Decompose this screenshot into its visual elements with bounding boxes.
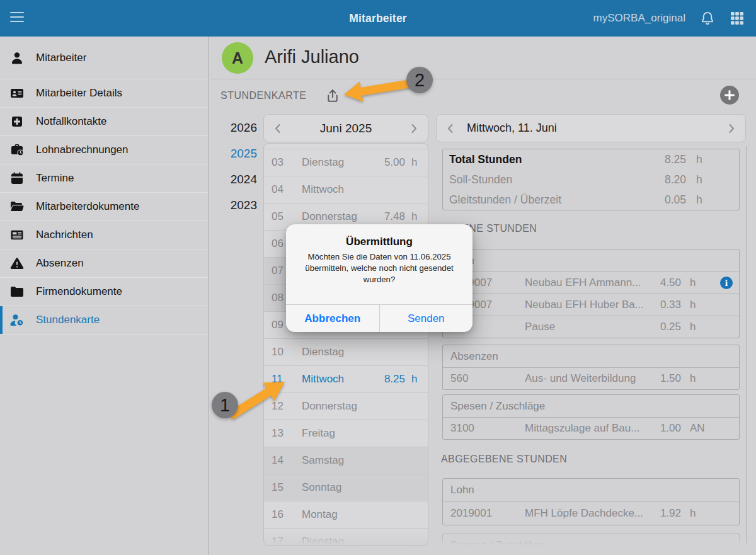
calendar-icon xyxy=(9,171,25,186)
sidebar-item-absenzen[interactable]: Absenzen xyxy=(0,249,209,278)
day-row[interactable]: 03Dienstag5.00h xyxy=(264,149,428,176)
sidebar-item-firmendokumente[interactable]: Firmendokumente xyxy=(0,278,209,306)
entry-row: Pause 0.25 h xyxy=(443,316,739,338)
stundenkarte-toolbar: STUNDENKARTE xyxy=(210,79,756,113)
sidebar-item-label: Nachrichten xyxy=(36,229,93,241)
day-row-selected[interactable]: 11Mittwoch8.25h xyxy=(264,366,428,393)
folder-open-icon xyxy=(9,199,25,214)
entry-row: 2019007 Neubau EFH Huber Ba... 0.33 h xyxy=(443,294,739,316)
first-aid-icon xyxy=(9,114,25,129)
send-button[interactable]: Senden xyxy=(380,305,473,332)
summary-row: Soll-Stunden8.20h xyxy=(443,169,739,190)
uebermittlung-dialog: Übermittlung Möchten Sie die Daten von 1… xyxy=(286,224,472,332)
sidebar-item-mitarbeiter[interactable]: Mitarbeiter xyxy=(0,37,209,79)
sidebar: Mitarbeiter Mitarbeiter Details Notfallk… xyxy=(0,37,209,555)
day-row[interactable]: 16Montag xyxy=(264,501,428,529)
day-row[interactable]: 17Dienstag xyxy=(264,529,428,546)
date-navigator: Mittwoch, 11. Juni xyxy=(436,114,746,142)
chevron-left-icon[interactable] xyxy=(270,121,285,136)
hours-summary-card: Total Stunden8.25h Soll-Stunden8.20h Gle… xyxy=(442,149,740,210)
add-entry-button[interactable] xyxy=(720,86,739,105)
sidebar-item-lohnabrechnungen[interactable]: Lohnabrechnungen xyxy=(0,136,209,164)
year-item-2024[interactable]: 2024 xyxy=(214,166,257,192)
id-card-icon xyxy=(9,86,25,101)
app-grid-icon[interactable] xyxy=(730,11,745,26)
entry-row: 2019007 Neubau EFH Ammann... 4.50 h i xyxy=(443,272,739,294)
dialog-title: Übermittlung xyxy=(286,236,472,248)
card-header: Lohn xyxy=(443,249,739,272)
person-clock-icon xyxy=(9,312,25,328)
sidebar-item-label: Stundenkarte xyxy=(36,314,100,326)
selected-date-label: Mittwoch, 11. Juni xyxy=(467,122,557,135)
card-header: Absenzen xyxy=(443,345,739,367)
cancel-button[interactable]: Abbrechen xyxy=(286,305,380,332)
sidebar-item-label: Notfallkontakte xyxy=(36,115,106,128)
year-list: 2026 2025 2024 2023 xyxy=(214,115,257,218)
top-app-bar: Mitarbeiter mySORBA_original xyxy=(0,0,756,37)
card-header: Lohn xyxy=(443,479,739,501)
person-icon xyxy=(9,50,25,66)
day-row[interactable]: 04Mittwoch xyxy=(264,176,428,203)
summary-row: Gleitstunden / Überzeit0.05h xyxy=(443,190,739,210)
sidebar-item-stundenkarte[interactable]: Stundenkarte xyxy=(0,306,209,335)
newspaper-icon xyxy=(9,227,25,243)
day-row[interactable]: 02Montag xyxy=(264,143,428,149)
day-row[interactable]: 13Freitag xyxy=(264,420,428,447)
entry-row: 2019001 MFH Löpfe Dachdecke... 1.92 h xyxy=(443,501,739,525)
day-row[interactable]: 12Donnerstag xyxy=(264,393,428,420)
spesen-card: Spesen / Zuschläge 3100 Mittagszulage au… xyxy=(442,394,740,440)
day-row[interactable]: 15Sonntag xyxy=(264,474,428,501)
month-navigator: Juni 2025 xyxy=(263,114,428,142)
entry-row: 3100 Mittagszulage auf Bau... 1.00 AN xyxy=(443,417,739,439)
dialog-message: Möchten Sie die Daten von 11.06.2025 übe… xyxy=(298,251,461,285)
chevron-right-icon[interactable] xyxy=(724,121,739,136)
page-title: Arifi Juliano xyxy=(265,47,359,67)
upload-share-button[interactable] xyxy=(324,87,343,106)
sidebar-item-notfallkontakte[interactable]: Notfallkontakte xyxy=(0,108,209,136)
summary-row: Total Stunden8.25h xyxy=(443,149,739,169)
warning-icon xyxy=(9,256,25,271)
employee-header: A Arifi Juliano xyxy=(210,37,756,79)
day-row[interactable]: 14Samstag xyxy=(264,447,428,474)
sidebar-item-mitarbeiterdokumente[interactable]: Mitarbeiterdokumente xyxy=(0,193,209,221)
sidebar-item-label: Mitarbeiter xyxy=(36,52,86,64)
account-name[interactable]: mySORBA_original xyxy=(593,12,685,25)
avatar: A xyxy=(222,42,253,74)
annotation-badge-1: 1 xyxy=(212,392,238,418)
sidebar-item-label: Lohnabrechnungen xyxy=(36,144,129,156)
chevron-right-icon[interactable] xyxy=(406,121,421,136)
sidebar-item-label: Absenzen xyxy=(36,257,84,270)
entry-row: 560 Aus- und Weiterbildung 1.50 h xyxy=(443,367,739,389)
lohn-card: Lohn 2019007 Neubau EFH Ammann... 4.50 h… xyxy=(442,249,740,338)
year-item-2025[interactable]: 2025 xyxy=(214,140,257,166)
plus-icon xyxy=(724,90,735,100)
year-item-2026[interactable]: 2026 xyxy=(214,115,257,140)
sidebar-item-label: Mitarbeiterdokumente xyxy=(36,200,139,213)
sidebar-item-nachrichten[interactable]: Nachrichten xyxy=(0,221,209,249)
day-row[interactable]: 10Dienstag xyxy=(264,339,428,366)
folder-icon xyxy=(9,284,25,299)
lohn-card-abgegeben: Lohn 2019001 MFH Löpfe Dachdecke... 1.92… xyxy=(442,478,740,525)
card-header: Spesen / Zuschläge xyxy=(443,534,739,546)
bell-icon[interactable] xyxy=(699,10,716,26)
section-title: STUNDENKARTE xyxy=(220,90,306,101)
section-heading-abgegebene-stunden: ABGEGEBENE STUNDEN xyxy=(441,454,746,466)
panel-divider xyxy=(746,146,747,543)
sidebar-item-mitarbeiter-details[interactable]: Mitarbeiter Details xyxy=(0,79,209,108)
sidebar-item-label: Termine xyxy=(36,172,74,185)
card-header: Spesen / Zuschläge xyxy=(443,395,739,417)
day-list: 02Montag 03Dienstag5.00h 04Mittwoch 05Do… xyxy=(263,143,428,546)
share-upload-icon xyxy=(324,87,341,105)
month-title: Juni 2025 xyxy=(320,122,372,135)
section-heading-offene-stunden: OFFENE STUNDEN xyxy=(441,223,746,236)
sidebar-item-termine[interactable]: Termine xyxy=(0,164,209,193)
spesen-card-abgegeben: Spesen / Zuschläge xyxy=(442,534,740,546)
sidebar-item-label: Firmendokumente xyxy=(36,285,122,298)
briefcase-clock-icon xyxy=(9,142,25,157)
info-icon[interactable]: i xyxy=(720,277,733,289)
sidebar-item-label: Mitarbeiter Details xyxy=(36,87,122,100)
year-item-2023[interactable]: 2023 xyxy=(214,192,257,218)
absenzen-card: Absenzen 560 Aus- und Weiterbildung 1.50… xyxy=(442,345,740,390)
chevron-left-icon[interactable] xyxy=(443,121,458,136)
day-detail-panel: Mittwoch, 11. Juni Total Stunden8.25h So… xyxy=(436,114,746,546)
